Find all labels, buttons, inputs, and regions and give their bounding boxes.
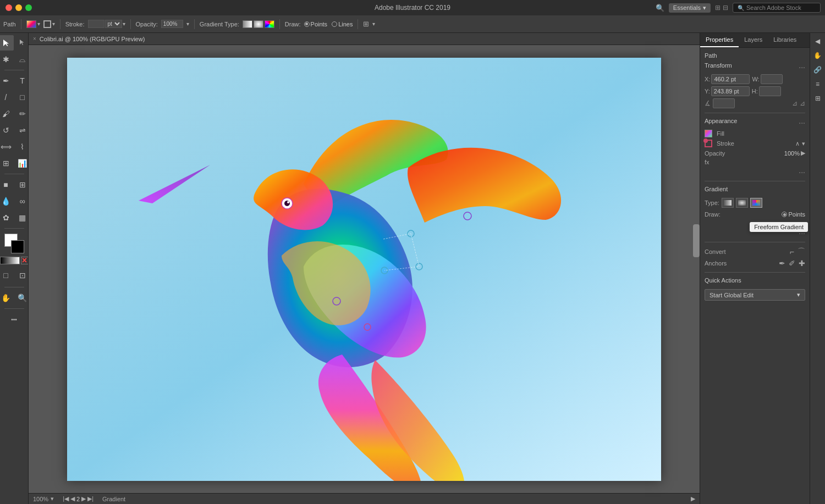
rotate-tool[interactable]: ↺ (0, 123, 14, 138)
hand-icon-btn[interactable]: ✋ (812, 49, 824, 62)
color-swatch-group[interactable]: ▾ (26, 20, 40, 28)
minimize-window-button[interactable] (15, 4, 22, 11)
stroke-dropdown[interactable]: ▾ (802, 140, 805, 147)
graph-tool[interactable]: 📊 (15, 156, 29, 171)
stroke-chevron-2[interactable]: ▾ (123, 21, 125, 27)
paintbrush-tool[interactable]: 🖌 (0, 106, 14, 121)
column-graph-tool[interactable]: ▦ (15, 210, 29, 225)
lasso-tool[interactable]: ⌓ (15, 52, 29, 67)
pen-tool[interactable]: ✒ (0, 73, 14, 88)
align-chevron[interactable]: ▾ (372, 21, 375, 27)
lines-radio[interactable]: Lines (332, 21, 353, 27)
stroke-value-input[interactable] (88, 20, 105, 28)
stroke-unit-select[interactable]: pt (105, 20, 122, 28)
essentials-button[interactable]: Essentials ▾ (669, 3, 711, 13)
collapse-panel-btn[interactable]: ◀ (812, 35, 824, 47)
anchor-remove-btn[interactable]: ✐ (789, 259, 795, 268)
doc-tab-close[interactable]: × (33, 36, 36, 42)
tab-libraries[interactable]: Libraries (768, 33, 802, 47)
opacity-input[interactable] (161, 20, 183, 28)
arrange-icon-1[interactable]: ⊞ (715, 4, 721, 12)
draw-points-radio[interactable]: Points (782, 211, 805, 218)
opacity-chevron[interactable]: ▶ (801, 149, 805, 157)
last-page-btn[interactable]: ▶| (87, 495, 94, 502)
mesh-tool[interactable]: ⊞ (15, 177, 29, 192)
fill-row[interactable]: Fill (705, 130, 805, 137)
start-global-edit-btn[interactable]: Start Global Edit ▾ (705, 289, 805, 301)
fullscreen-window-button[interactable] (25, 4, 32, 11)
color-chevron[interactable]: ▾ (37, 21, 40, 27)
line-tool[interactable]: / (0, 90, 14, 105)
canvas-scrollbar[interactable] (693, 224, 700, 257)
zoom-control[interactable]: 100% ▾ (33, 495, 54, 502)
appearance-more-btn[interactable]: ··· (799, 118, 805, 127)
normal-view-btn[interactable]: □ (0, 268, 14, 283)
hand-tool[interactable]: ✋ (0, 290, 14, 306)
play-btn[interactable]: ▶ (691, 495, 695, 502)
gradient-fill-btn[interactable] (0, 257, 20, 264)
stroke-chevron-up[interactable]: ∧ (795, 140, 800, 147)
artwork-canvas[interactable] (67, 58, 661, 481)
appearance-dots-btn[interactable]: ··· (799, 168, 805, 176)
blend-tool[interactable]: ∞ (15, 193, 29, 209)
linear-type-btn[interactable] (722, 198, 734, 208)
freeform-gradient-btn[interactable] (265, 20, 274, 28)
freeform-type-btn[interactable] (750, 198, 762, 208)
width-tool[interactable]: ⟺ (0, 139, 14, 154)
more-tools-btn[interactable]: ••• (7, 312, 22, 327)
none-fill-btn[interactable]: × (21, 257, 29, 264)
x-input[interactable] (711, 74, 750, 84)
mirror-tool[interactable]: ⇌ (15, 123, 29, 138)
close-window-button[interactable] (6, 4, 12, 11)
fill-swatch[interactable] (705, 130, 712, 137)
grid-icon-btn[interactable]: ⊞ (812, 92, 824, 104)
align-icon[interactable]: ⊞ (363, 20, 369, 28)
symbol-tool[interactable]: ✿ (0, 210, 14, 225)
stroke-chevron[interactable]: ▾ (52, 21, 55, 27)
radial-type-btn[interactable] (736, 198, 748, 208)
color-boxes[interactable] (4, 234, 24, 253)
radial-gradient-btn[interactable] (254, 20, 263, 28)
convert-smooth-btn[interactable]: ⌒ (798, 247, 805, 257)
first-page-btn[interactable]: |◀ (63, 495, 69, 502)
stock-search-box[interactable]: 🔍 Search Adobe Stock (733, 3, 821, 13)
pencil-tool[interactable]: ✏ (15, 106, 29, 121)
warp-tool[interactable]: ⌇ (15, 139, 29, 154)
stroke-row[interactable]: Stroke ∧ ▾ (705, 140, 805, 147)
tab-properties[interactable]: Properties (700, 33, 739, 47)
shape-builder-tool[interactable]: ⊞ (0, 156, 14, 171)
fullscreen-view-btn[interactable]: ⊡ (15, 268, 29, 283)
link-icon-btn[interactable]: 🔗 (812, 64, 824, 76)
background-color[interactable] (11, 240, 24, 253)
points-radio[interactable]: Points (304, 21, 328, 27)
w-input[interactable] (761, 74, 783, 84)
rectangle-tool[interactable]: □ (15, 90, 29, 105)
linear-gradient-btn[interactable] (243, 20, 252, 28)
stroke-value-group[interactable]: pt ▾ (88, 20, 125, 28)
eyedropper-tool[interactable]: 💧 (0, 193, 14, 209)
selection-tool[interactable] (0, 35, 14, 51)
gradient-tool[interactable]: ■ (0, 177, 14, 192)
color-swatch[interactable] (26, 20, 36, 28)
direct-selection-tool[interactable] (15, 35, 29, 51)
h-input[interactable] (759, 86, 781, 96)
anchor-edit-btn[interactable]: ✒ (779, 259, 785, 268)
arrange-icon-2[interactable]: ⊟ (723, 4, 728, 12)
prev-page-btn[interactable]: ◀ (70, 495, 75, 502)
convert-corner-btn[interactable]: ⌐ (790, 247, 794, 256)
type-tool[interactable]: T (15, 73, 29, 88)
opacity-control[interactable]: 100% ▶ (784, 149, 805, 157)
canvas-wrapper[interactable] (29, 45, 700, 493)
zoom-tool[interactable]: 🔍 (15, 290, 29, 306)
next-page-btn[interactable]: ▶ (81, 495, 86, 502)
tab-layers[interactable]: Layers (739, 33, 768, 47)
layers-icon-btn[interactable]: ≡ (812, 78, 824, 90)
stroke-group[interactable]: ▾ (43, 20, 55, 28)
zoom-chevron[interactable]: ▾ (51, 495, 54, 502)
anchor-add-btn[interactable]: ✚ (799, 259, 805, 268)
magic-wand-tool[interactable]: ✱ (0, 52, 14, 67)
opacity-chevron[interactable]: ▾ (186, 21, 189, 27)
y-input[interactable] (711, 86, 750, 96)
transform-more-btn[interactable]: ··· (799, 63, 805, 71)
angle-input[interactable] (713, 98, 735, 108)
